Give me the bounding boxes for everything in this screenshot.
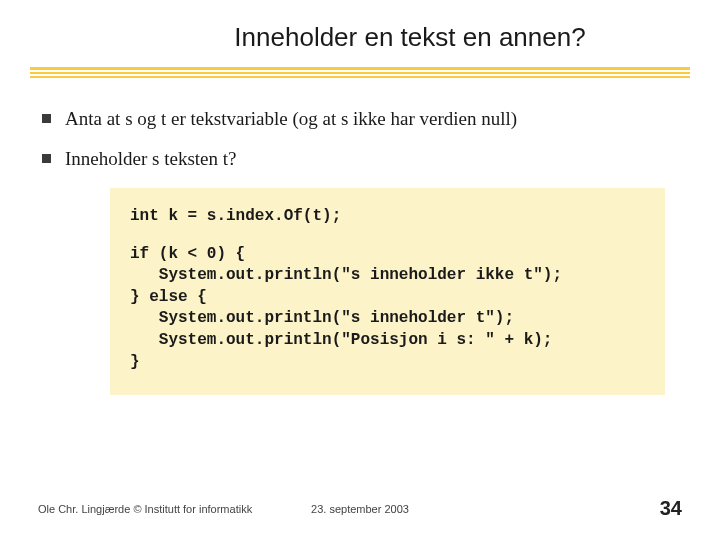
code-line: System.out.println("s inneholder t"); (130, 308, 645, 330)
content-area: Anta at s og t er tekstvariable (og at s… (0, 80, 720, 395)
footer-author: Ole Chr. Lingjærde © Institutt for infor… (38, 503, 252, 515)
bullet-text: Inneholder s teksten t? (65, 148, 236, 170)
code-block: int k = s.index.Of(t); if (k < 0) { Syst… (110, 188, 665, 395)
code-blank-line (130, 228, 645, 244)
bullet-text: Anta at s og t er tekstvariable (og at s… (65, 108, 517, 130)
footer-date: 23. september 2003 (311, 503, 409, 515)
underline-bar (30, 67, 690, 70)
page-number: 34 (660, 497, 682, 520)
code-line: } else { (130, 287, 645, 309)
slide-title: Inneholder en tekst en annen? (130, 22, 690, 53)
code-line: System.out.println("Posisjon i s: " + k)… (130, 330, 645, 352)
title-underline (30, 67, 690, 78)
square-bullet-icon (42, 154, 51, 163)
footer: Ole Chr. Lingjærde © Institutt for infor… (0, 497, 720, 520)
code-line: if (k < 0) { (130, 244, 645, 266)
code-line: int k = s.index.Of(t); (130, 206, 645, 228)
code-line: System.out.println("s inneholder ikke t"… (130, 265, 645, 287)
underline-bar (30, 76, 690, 78)
square-bullet-icon (42, 114, 51, 123)
code-line: } (130, 352, 645, 374)
bullet-item: Anta at s og t er tekstvariable (og at s… (42, 108, 678, 130)
title-area: Inneholder en tekst en annen? (0, 0, 720, 53)
underline-bar (30, 72, 690, 74)
bullet-item: Inneholder s teksten t? (42, 148, 678, 170)
